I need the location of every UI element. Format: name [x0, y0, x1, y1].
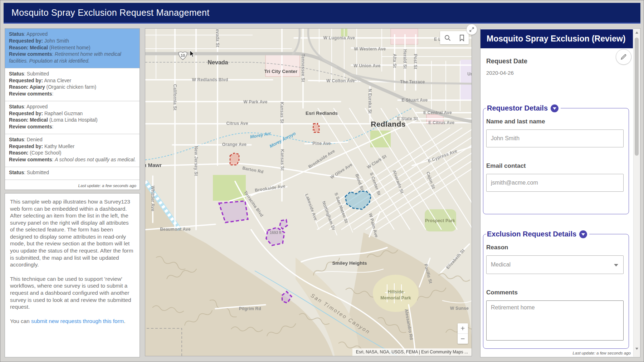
description-panel: This sample web app illustrates how a Su…	[5, 193, 140, 357]
zoom-out-button[interactable]: −	[458, 334, 468, 344]
app-header: Mosquito Spray Exclusion Request Managem…	[4, 3, 640, 24]
survey-form: Request Date 2020-04-26 Requestor Detail…	[480, 48, 633, 351]
collapse-section-icon[interactable]	[551, 104, 558, 112]
comments-field[interactable]: Retirement home	[486, 300, 624, 341]
requestor-details-section: Requestor Details Name and last name Ema…	[483, 104, 629, 214]
chevron-down-icon	[614, 264, 618, 266]
requestor-details-title: Requestor Details	[487, 104, 548, 112]
exclusion-zone-polygon[interactable]	[280, 220, 287, 229]
reason-selected-value: Medical	[491, 261, 511, 268]
app-window: Mosquito Spray Exclusion Request Managem…	[0, 0, 644, 362]
survey-panel-title: Mosquito Spray Exclusion (Review)	[480, 29, 633, 48]
map-attribution: Esri, NASA, NGA, USGS, FEMA | Esri Commu…	[352, 348, 472, 356]
name-field[interactable]	[486, 129, 624, 147]
map-toolbar	[440, 31, 469, 44]
collapse-section-icon[interactable]	[579, 230, 587, 238]
scroll-up-icon[interactable]	[634, 30, 640, 35]
request-date-label: Request Date	[486, 58, 527, 65]
interstate-10-shield-icon: 10	[177, 51, 188, 62]
scrollbar-thumb[interactable]	[635, 38, 639, 156]
exclusion-zone-polygon[interactable]	[345, 191, 371, 209]
submit-request-link[interactable]: submit new requests through this form	[31, 318, 124, 324]
request-list: Status: ApprovedRequested by: John Smith…	[5, 29, 140, 180]
request-list-item[interactable]: Status: ApprovedRequested by: John Smith…	[5, 29, 140, 68]
svg-text:10: 10	[181, 53, 185, 58]
email-label: Email contact	[486, 162, 624, 170]
comments-label: Comments	[486, 289, 624, 296]
name-label: Name and last name	[486, 118, 624, 125]
description-paragraph: You can submit new requests through this…	[10, 318, 135, 325]
map[interactable]: W Lugonia AveW Western AveW Union AveW C…	[145, 28, 472, 356]
map-zoom-control: + −	[458, 323, 468, 344]
email-field[interactable]	[486, 174, 624, 192]
exclusion-details-title: Exclusion Request Details	[487, 230, 576, 238]
description-paragraph: This sample web app illustrates how a Su…	[10, 198, 135, 268]
exclusion-zone-polygon[interactable]	[219, 201, 248, 222]
request-date-value: 2020-04-26	[486, 70, 514, 76]
exclusion-zone-polygon[interactable]	[313, 123, 319, 132]
panel-scrollbar[interactable]	[633, 29, 640, 357]
search-icon[interactable]	[444, 34, 451, 41]
basemap	[145, 29, 472, 356]
panel-last-update: Last update: a few seconds ago	[572, 350, 631, 356]
zoom-in-button[interactable]: +	[458, 323, 468, 334]
expand-map-icon[interactable]	[467, 24, 477, 35]
link-suffix: .	[124, 318, 125, 324]
request-list-item[interactable]: Status: SubmittedRequested by: Anna Clev…	[5, 68, 140, 101]
mouse-cursor-icon	[190, 50, 195, 59]
exclusion-zone-polygon[interactable]	[230, 153, 239, 165]
list-last-update: Last update: a few seconds ago	[5, 182, 139, 189]
exclusion-zone-polygon[interactable]	[266, 228, 284, 245]
reason-dropdown[interactable]: Medical	[486, 255, 624, 274]
exclusion-request-details-section: Exclusion Request Details Reason Medical…	[483, 230, 629, 349]
request-list-item[interactable]: Status: DeniedRequested by: Kathy Muelle…	[5, 134, 140, 167]
request-list-panel: Status: ApprovedRequested by: John Smith…	[5, 28, 140, 190]
bookmark-icon[interactable]	[459, 34, 465, 41]
edit-pencil-icon[interactable]	[616, 49, 631, 65]
link-prefix: You can	[10, 318, 31, 324]
page-title: Mosquito Spray Exclusion Request Managem…	[11, 8, 209, 18]
description-paragraph: This technique can be used to support 'r…	[10, 275, 135, 310]
request-list-item[interactable]: Status: Submitted	[5, 167, 140, 180]
request-list-item[interactable]: Status: ApprovedRequested by: Raphael Gu…	[5, 101, 140, 134]
scroll-down-icon[interactable]	[634, 346, 640, 352]
survey-panel: Mosquito Spray Exclusion (Review) Reques…	[480, 28, 640, 357]
reason-label: Reason	[486, 244, 624, 251]
